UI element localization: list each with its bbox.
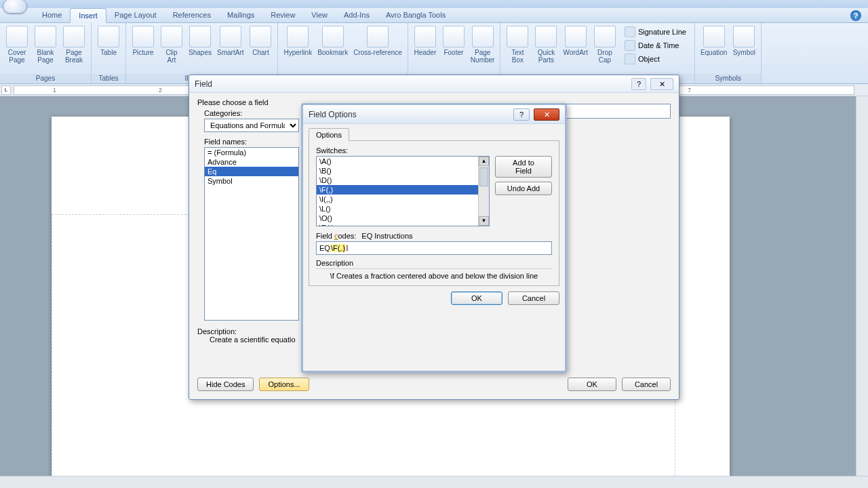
bookmark-icon <box>322 26 344 47</box>
clip-art-button[interactable]: Clip Art <box>157 24 186 65</box>
wordart-button[interactable]: WordArt <box>560 24 591 58</box>
ribbon-button-label: Drop Cap <box>597 49 612 64</box>
eq-instructions-label: EQ Instructions <box>361 232 412 240</box>
equation-button[interactable]: Equation <box>698 24 730 58</box>
ribbon-button-label: SmartArt <box>217 49 243 56</box>
ribbon-group-pages: Cover PageBlank PagePage BreakPages <box>0 23 92 83</box>
options-tab[interactable]: Options <box>309 128 349 141</box>
tab-selector[interactable]: L <box>1 85 11 95</box>
field-codes-input[interactable]: EQ \F(,) <box>316 241 552 255</box>
scroll-down-icon[interactable]: ▼ <box>479 216 489 226</box>
switch-item[interactable]: \B() <box>317 166 478 176</box>
tab-add-ins[interactable]: Add-Ins <box>336 8 378 22</box>
field-options-close-icon[interactable]: ✕ <box>534 108 559 121</box>
undo-add-button[interactable]: Undo Add <box>495 182 552 195</box>
switch-item[interactable]: \D() <box>317 176 478 185</box>
quick-parts-button[interactable]: Quick Parts <box>532 24 560 65</box>
switches-scrollbar[interactable]: ▲ ▼ <box>478 157 489 226</box>
field-options-titlebar[interactable]: Field Options ? ✕ <box>303 105 565 124</box>
add-to-field-button[interactable]: Add to Field <box>495 156 552 178</box>
field-name-item[interactable]: = (Formula) <box>205 148 298 157</box>
field-dialog-close-icon[interactable]: ✕ <box>650 78 673 90</box>
page-number-button[interactable]: Page Number <box>468 24 498 65</box>
blank-page-button[interactable]: Blank Page <box>31 24 60 65</box>
shapes-icon <box>189 26 211 47</box>
scroll-thumb[interactable] <box>479 167 488 186</box>
ribbon-button-label: Header <box>414 49 436 56</box>
categories-select[interactable]: Equations and Formulas <box>204 119 299 132</box>
tab-avro-bangla-tools[interactable]: Avro Bangla Tools <box>378 8 454 22</box>
help-icon[interactable]: ? <box>850 10 861 21</box>
switches-listbox[interactable]: \A()\B()\D()\F(,)\I(,,)\L()\O()\R(,) ▲ ▼ <box>316 156 490 226</box>
ribbon-button-label: Picture <box>132 49 153 56</box>
tab-insert[interactable]: Insert <box>70 8 106 23</box>
field-options-dialog: Field Options ? ✕ Options Switches: \A()… <box>301 103 567 373</box>
text-box-button[interactable]: Text Box <box>503 24 532 65</box>
object-button[interactable]: Object <box>622 53 689 65</box>
shapes-button[interactable]: Shapes <box>186 24 214 58</box>
tab-view[interactable]: View <box>303 8 336 22</box>
switch-item[interactable]: \L() <box>317 204 478 214</box>
field-name-item[interactable]: Advance <box>205 157 298 167</box>
ribbon-group-label: Tables <box>92 74 125 83</box>
page-break-button[interactable]: Page Break <box>60 24 88 65</box>
field-dialog-help-icon[interactable]: ? <box>631 78 646 90</box>
picture-icon <box>132 26 154 47</box>
footer-button[interactable]: Footer <box>439 24 468 58</box>
chart-button[interactable]: Chart <box>246 24 275 58</box>
cross-reference-button[interactable]: Cross-reference <box>351 24 405 58</box>
smartart-button[interactable]: SmartArt <box>214 24 246 58</box>
field-options-help-icon[interactable]: ? <box>513 108 530 121</box>
symbol-button[interactable]: Symbol <box>730 24 758 58</box>
office-button[interactable] <box>3 0 27 14</box>
header-icon <box>414 26 436 47</box>
clip-art-icon <box>161 26 182 47</box>
footer-icon <box>443 26 465 47</box>
switch-item[interactable]: \I(,,) <box>317 195 478 204</box>
switch-item[interactable]: \F(,) <box>317 185 478 195</box>
tab-references[interactable]: References <box>165 8 219 22</box>
switch-item[interactable]: \R(,) <box>317 223 478 226</box>
hyperlink-button[interactable]: Hyperlink <box>281 24 315 58</box>
field-names-listbox[interactable]: = (Formula)AdvanceEqSymbol <box>204 147 299 321</box>
ribbon-button-label: Table <box>100 49 117 56</box>
text-box-icon <box>507 26 528 47</box>
picture-button[interactable]: Picture <box>129 24 157 58</box>
field-options-cancel-button[interactable]: Cancel <box>508 291 559 305</box>
signature-line-button[interactable]: Signature Line <box>622 26 689 38</box>
ribbon-button-label: Footer <box>443 49 463 56</box>
signature-line-icon <box>625 26 635 37</box>
switches-label: Switches: <box>316 146 552 155</box>
horizontal-scrollbar[interactable] <box>0 476 868 488</box>
table-button[interactable]: Table <box>94 24 123 58</box>
switch-item[interactable]: \A() <box>317 157 478 166</box>
hide-codes-button[interactable]: Hide Codes <box>197 378 254 391</box>
chart-icon <box>250 26 271 47</box>
tab-page-layout[interactable]: Page Layout <box>106 8 165 22</box>
field-name-item[interactable]: Symbol <box>205 176 298 186</box>
switch-item[interactable]: \O() <box>317 214 478 223</box>
cover-page-button[interactable]: Cover Page <box>3 24 31 65</box>
field-cancel-button[interactable]: Cancel <box>622 378 671 391</box>
ruler-number: 1 <box>53 87 56 94</box>
ribbon-button-label: Quick Parts <box>538 49 555 64</box>
tab-home[interactable]: Home <box>34 8 70 22</box>
ribbon-tabs: HomeInsertPage LayoutReferencesMailingsR… <box>0 8 868 23</box>
vertical-scrollbar[interactable] <box>856 96 868 476</box>
header-button[interactable]: Header <box>411 24 439 58</box>
blank-page-icon <box>35 26 56 47</box>
field-ok-button[interactable]: OK <box>568 378 616 391</box>
date-time-button[interactable]: Date & Time <box>622 39 689 52</box>
field-options-ok-button[interactable]: OK <box>451 291 502 305</box>
scroll-up-icon[interactable]: ▲ <box>479 157 489 166</box>
field-name-item[interactable]: Eq <box>205 167 298 176</box>
ribbon-button-label: Chart <box>252 49 269 56</box>
drop-cap-icon <box>594 26 616 47</box>
options-button[interactable]: Options... <box>259 378 309 391</box>
bookmark-button[interactable]: Bookmark <box>315 24 351 58</box>
tab-review[interactable]: Review <box>262 8 303 22</box>
field-dialog-titlebar[interactable]: Field ? ✕ <box>189 75 679 93</box>
tab-mailings[interactable]: Mailings <box>219 8 262 22</box>
ribbon-group-symbols: EquationSymbolSymbols <box>695 23 762 83</box>
drop-cap-button[interactable]: Drop Cap <box>591 24 619 65</box>
